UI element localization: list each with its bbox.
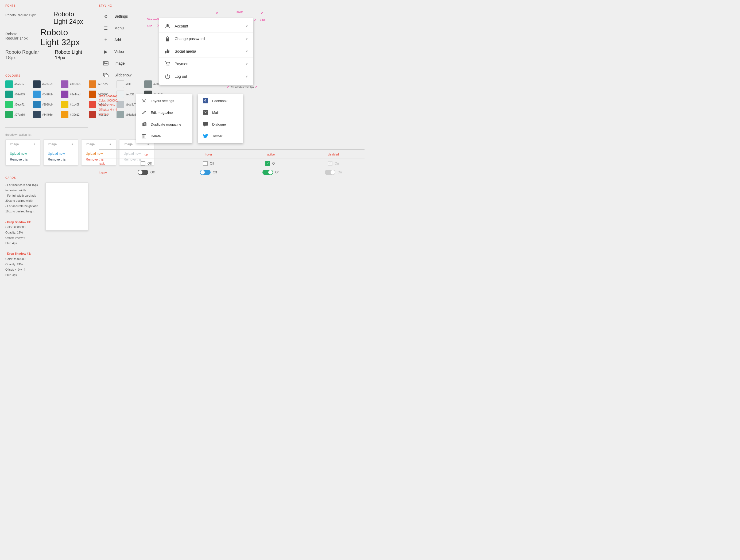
- radio-up-text: Off: [148, 162, 152, 165]
- dialogue-icon: [203, 121, 208, 127]
- spec-38-label: 38px: [147, 18, 152, 20]
- cards-section: CARDS - For inset card add 16px to desir…: [5, 176, 88, 278]
- drop-shadow-blur: Blur: 4px: [99, 113, 109, 116]
- drop-shadow-color: Color: #000000;: [99, 99, 118, 102]
- rounded-corners-note: Rounded corners 2px: [147, 86, 257, 88]
- dropdown-card-1-header: Image ∧: [10, 143, 35, 148]
- swatch-2c3e50: [33, 80, 40, 88]
- toggle-hover-text: Off: [213, 171, 217, 174]
- cards-note-1: - For inset card add 16px to desired wid…: [5, 182, 40, 193]
- controls-section: up hover active disabled radio Off Off: [99, 149, 365, 175]
- action-duplicate-magazine[interactable]: Duplicate magazine: [136, 118, 192, 130]
- colours-section-label: COLOURS: [5, 74, 88, 77]
- svg-rect-7: [165, 51, 166, 54]
- radio-hover-cell: Off: [177, 161, 240, 166]
- lock-icon: [165, 36, 171, 42]
- delete-icon: [141, 133, 147, 139]
- action-layout-settings[interactable]: Layout settings: [136, 95, 192, 107]
- drop-shadow-offset: Offset: x=0 y=4: [99, 108, 117, 111]
- corner-circle-bottom-right: [256, 86, 257, 88]
- swatch-9b59b6: [61, 80, 69, 88]
- toggle-active[interactable]: [262, 170, 273, 175]
- nav-add[interactable]: + Add: [99, 34, 139, 46]
- label-9b59b6: #9b59b6: [70, 83, 80, 86]
- dropdown-card-2-upload[interactable]: Upload new: [48, 151, 74, 157]
- spec-circle-38: [157, 18, 159, 20]
- swatch-1abc9c: [5, 80, 13, 88]
- svg-rect-20: [203, 122, 208, 125]
- spec-32-right-line: [255, 20, 259, 20]
- dropdown-card-1-remove[interactable]: Remove this: [10, 157, 35, 163]
- spec-38px-left: 38px: [147, 18, 158, 20]
- swatch-d35400: [89, 91, 96, 98]
- panel-payment-label: Payment: [175, 62, 189, 66]
- dropdown-card-1-upload[interactable]: Upload new: [10, 151, 35, 157]
- nav-image[interactable]: Image: [99, 58, 139, 69]
- card-preview: [45, 182, 88, 230]
- action-menu-right: Facebook Mail: [198, 94, 243, 143]
- panel-logout-label: Log out: [175, 74, 187, 79]
- nav-settings[interactable]: ⚙ Settings: [99, 10, 139, 22]
- toggle-hover[interactable]: [200, 170, 210, 175]
- label-2980b9: #2980b9: [42, 103, 53, 106]
- panel-password[interactable]: Change password ∨: [159, 32, 253, 45]
- toggle-up-knob: [138, 170, 143, 175]
- swatch-34495e: [33, 111, 40, 118]
- drop-shadow-title: Drop Shadow:: [99, 95, 117, 98]
- swatch-27ae60: [5, 111, 13, 118]
- toggle-up[interactable]: [137, 170, 148, 175]
- font-row-1: Roboto Regular 12px Roboto Light 24px: [5, 10, 88, 25]
- toggle-hover-cell: Off: [177, 170, 240, 175]
- toggle-disabled-cell: On: [302, 170, 365, 175]
- swatch-f1c40f: [61, 101, 69, 108]
- panel-logout[interactable]: Log out ∨: [159, 70, 253, 83]
- action-mail-label: Mail: [212, 111, 218, 115]
- dropdown-card-2-chevron: ∧: [71, 143, 74, 146]
- radio-up-box[interactable]: [141, 161, 146, 166]
- panel-account[interactable]: Account ∨: [159, 20, 253, 32]
- drop-shadow-area: Drop Shadow: Color: #000000; Opacity: 24…: [99, 94, 131, 143]
- toggle-active-text: On: [275, 171, 280, 174]
- font-label-14: Roboto Regular 14px: [5, 32, 30, 40]
- font-display-24: Roboto Light 24px: [54, 10, 88, 25]
- label-16a085: #16a085: [14, 93, 25, 96]
- right-specs: 32px: [255, 15, 266, 21]
- nav-image-label: Image: [114, 61, 125, 66]
- divider-3: [5, 171, 88, 171]
- action-twitter[interactable]: Twitter: [198, 130, 243, 142]
- action-edit-magazine-label: Edit magazine: [151, 111, 173, 115]
- panel-social-label: Social media: [175, 49, 196, 54]
- state-active: active: [240, 153, 302, 156]
- nav-menu[interactable]: ☰ Menu: [99, 22, 139, 34]
- cards-shadow1-offset: Offset: x=0 y=4: [5, 236, 40, 241]
- dropdown-panel-area: 352px 38px: [147, 10, 265, 88]
- logout-chevron: ∨: [246, 75, 248, 78]
- action-delete[interactable]: Delete: [136, 130, 192, 142]
- cards-shadow2-blur: Blur: 4px: [5, 273, 40, 278]
- social-chevron: ∨: [246, 50, 248, 53]
- font-display-32: Roboto Light 32px: [40, 27, 88, 47]
- radio-active-box[interactable]: ✓: [265, 161, 270, 166]
- action-facebook[interactable]: Facebook: [198, 95, 243, 107]
- panel-social[interactable]: Social media ∨: [159, 45, 253, 58]
- panel-password-label: Change password: [175, 36, 205, 41]
- swatch-e67e22: [89, 80, 96, 88]
- action-mail[interactable]: Mail: [198, 107, 243, 118]
- drop-shadow-info: Drop Shadow: Color: #000000; Opacity: 24…: [99, 94, 131, 116]
- action-dialogue[interactable]: Dialogue: [198, 118, 243, 130]
- dropdown-card-2-title: Image: [48, 143, 57, 146]
- nav-slideshow[interactable]: Slideshow: [99, 69, 139, 81]
- toggle-hover-knob: [200, 170, 205, 175]
- rounded-corners-label: Rounded corners 2px: [231, 86, 254, 88]
- edit-icon: [141, 109, 147, 115]
- action-edit-magazine[interactable]: Edit magazine: [136, 107, 192, 118]
- dropdown-card-2-remove[interactable]: Remove this: [48, 157, 74, 163]
- payment-chevron: ∨: [246, 62, 248, 66]
- nav-video[interactable]: ▶ Video: [99, 46, 139, 58]
- action-layout-settings-label: Layout settings: [151, 99, 174, 103]
- account-chevron: ∨: [246, 24, 248, 28]
- dropdown-card-1: Image ∧ Upload new Remove this: [5, 139, 40, 165]
- panel-payment[interactable]: Payment ∨: [159, 58, 253, 70]
- radio-hover-box[interactable]: [203, 161, 208, 166]
- label-27ae60: #27ae60: [14, 113, 25, 116]
